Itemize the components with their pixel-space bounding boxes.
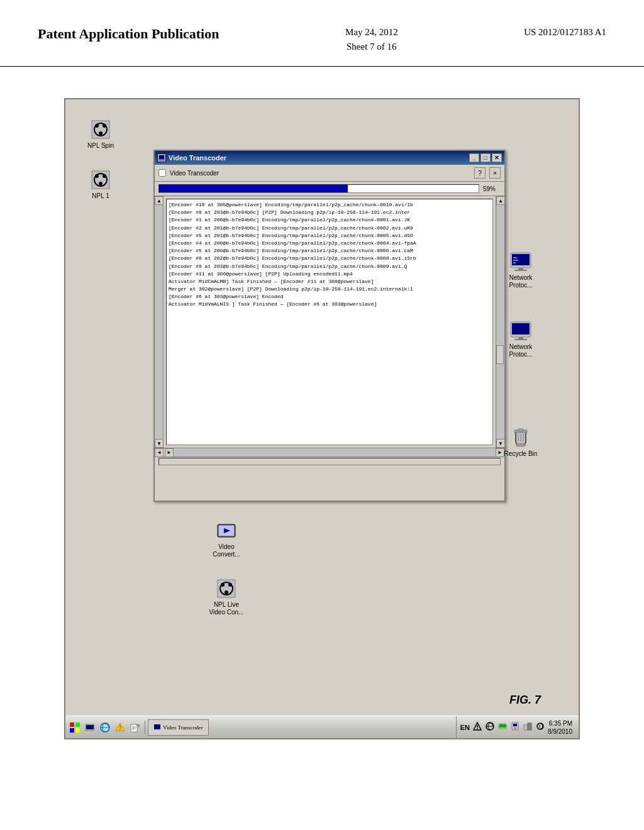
ql-icon-2[interactable]: [83, 721, 97, 734]
desktop-icon-npl-live[interactable]: NPL LiveVideo Con...: [204, 577, 249, 616]
net-demo-icon: [509, 319, 532, 342]
svg-point-65: [514, 727, 516, 729]
svg-rect-33: [518, 429, 523, 431]
log-entry-10: Activator MidCmALMB] Task Finished — [En…: [169, 278, 491, 285]
video-convert-icon: [215, 519, 238, 542]
svg-point-7: [95, 174, 99, 178]
svg-point-17: [221, 583, 225, 587]
desktop-icon-network-protoc[interactable]: NetworkProtoc...: [498, 250, 543, 289]
svg-rect-23: [514, 270, 527, 271]
network-protoc-label: NetworkProtoc...: [498, 274, 543, 289]
net-demo-label: Network Protoc...: [498, 343, 543, 358]
video-convert-label: VideoConvert...: [204, 543, 249, 558]
svg-point-9: [99, 182, 103, 185]
tray-icon-6[interactable]: [535, 721, 545, 734]
sheet-info: Sheet 7 of 16: [345, 40, 398, 54]
svg-rect-64: [513, 724, 517, 726]
close-button[interactable]: ✕: [492, 153, 502, 162]
svg-rect-40: [70, 728, 74, 733]
scroll-down-btn[interactable]: ▼: [155, 439, 164, 448]
desktop-icon-npl-spin[interactable]: NPL Spin: [78, 118, 123, 150]
log-entry-0: [Encoder #10 at 305@powerslave] Encoding…: [169, 201, 491, 208]
svg-point-2: [95, 124, 99, 128]
svg-rect-66: [524, 725, 528, 730]
svg-point-37: [516, 444, 526, 446]
tray-icon-2[interactable]: [485, 721, 495, 734]
svg-rect-21: [512, 254, 530, 265]
log-entry-4: [Encoder #5 at 201@b-b7e94b0c] Encoding/…: [169, 232, 491, 239]
svg-rect-54: [154, 724, 160, 729]
log-entry-12: [Encoder #6 at 303@powerslave] Encoded: [169, 293, 491, 300]
recycle-bin-label: Recycle Bin: [498, 450, 543, 458]
svg-rect-38: [70, 722, 74, 727]
log-entry-1: [Encoder #9 at 203@b-b7e94b0c] [P2P] Dow…: [169, 209, 491, 216]
log-entry-7: [Encoder #8 at 202@b-b7e94b0c] Encoding/…: [169, 255, 491, 262]
svg-point-18: [228, 583, 232, 587]
ql-icon-4[interactable]: !: [113, 721, 127, 734]
recycle-bin-icon: [509, 426, 532, 449]
desktop-icon-recycle-bin[interactable]: Recycle Bin: [498, 426, 543, 458]
npl-live-icon: [215, 577, 238, 600]
header-date-sheet: May 24, 2012 Sheet 7 of 16: [345, 25, 398, 53]
page-content: NPL Spin NPL 1: [0, 67, 644, 758]
progress-label: 59%: [483, 185, 501, 192]
minimize-button[interactable]: _: [469, 153, 479, 162]
window-controls: _ □ ✕: [469, 153, 502, 162]
desktop-icon-net-demo[interactable]: Network Protoc...: [498, 319, 543, 358]
progress-bar: [158, 184, 479, 193]
progress-fill: [159, 185, 348, 192]
svg-point-3: [103, 124, 106, 128]
svg-rect-39: [75, 722, 80, 727]
tray-icon-3[interactable]: [497, 721, 508, 734]
log-entry-13: Activator MidVmALNIS ] Task Finished — […: [169, 301, 491, 307]
taskbar: !: [65, 716, 579, 738]
log-content[interactable]: [Encoder #10 at 305@powerslave] Encoding…: [166, 199, 493, 445]
scroll-left-button[interactable]: ◄: [155, 448, 164, 457]
option-checkbox[interactable]: [158, 169, 166, 177]
pin-button[interactable]: ×: [489, 167, 501, 179]
help-button[interactable]: ?: [474, 167, 486, 179]
desktop-icon-npl1[interactable]: NPL 1: [78, 169, 123, 200]
window-icon: [157, 153, 166, 162]
npl-spin-icon: [89, 118, 112, 141]
system-time: 6:35 PM 8/9/2010: [548, 719, 572, 736]
hscroll-btn2[interactable]: ►: [165, 448, 174, 457]
language-indicator: EN: [460, 724, 470, 731]
svg-point-19: [225, 590, 228, 594]
taskbar-apps: Video Transcoder: [148, 719, 456, 736]
taskbar-app-label: Video Transcoder: [163, 724, 203, 731]
desktop-area: NPL Spin NPL 1: [64, 98, 580, 739]
status-text: [158, 458, 501, 465]
window-title-left: Video Transcoder: [157, 153, 226, 162]
maximize-button[interactable]: □: [480, 153, 491, 162]
log-entry-2: [Encoder #1 at 200@b-b7e94b0c] Encoding/…: [169, 216, 491, 223]
scroll-up-btn[interactable]: ▲: [155, 196, 164, 205]
svg-rect-30: [514, 339, 527, 340]
ql-icon-3[interactable]: [98, 721, 112, 734]
svg-rect-28: [512, 323, 530, 335]
page-header: Patent Application Publication May 24, 2…: [0, 0, 644, 67]
network-protoc-icon: [509, 250, 532, 273]
window-options-bar: Video Transcoder ? ×: [155, 165, 504, 182]
window-titlebar[interactable]: Video Transcoder _ □ ✕: [155, 151, 504, 165]
patent-number: US 2012/0127183 A1: [524, 25, 606, 40]
scroll-up-button[interactable]: ▲: [496, 196, 505, 205]
ql-icon-1[interactable]: [68, 721, 82, 734]
log-entry-3: [Encoder #2 at 201@b-b7e94b0c] Encoding/…: [169, 224, 491, 231]
tray-icon-5[interactable]: [523, 721, 533, 734]
npl-spin-label: NPL Spin: [78, 142, 123, 150]
taskbar-video-transcoder-btn[interactable]: Video Transcoder: [148, 719, 209, 736]
clock-date: 8/9/2010: [548, 728, 572, 736]
quick-launch: !: [68, 721, 145, 734]
ql-icon-5[interactable]: [128, 721, 142, 734]
log-entry-6: [Encoder #5 at 200@b-b7e94b0c] Encoding/…: [169, 247, 491, 254]
hscroll-track: [174, 449, 496, 456]
log-entry-11: Merger at 302@powerslave] [P2P] Download…: [169, 285, 491, 292]
tray-icon-4[interactable]: [510, 721, 520, 734]
horizontal-scrollbar[interactable]: ◄ ► ►: [155, 448, 504, 456]
log-entry-5: [Encoder #4 at 200@b-b7e94b0c] Encoding/…: [169, 240, 491, 246]
desktop-icon-video-convert[interactable]: VideoConvert...: [204, 519, 249, 558]
svg-rect-67: [528, 723, 531, 730]
svg-rect-62: [506, 725, 507, 727]
tray-icon-1[interactable]: [472, 721, 482, 734]
